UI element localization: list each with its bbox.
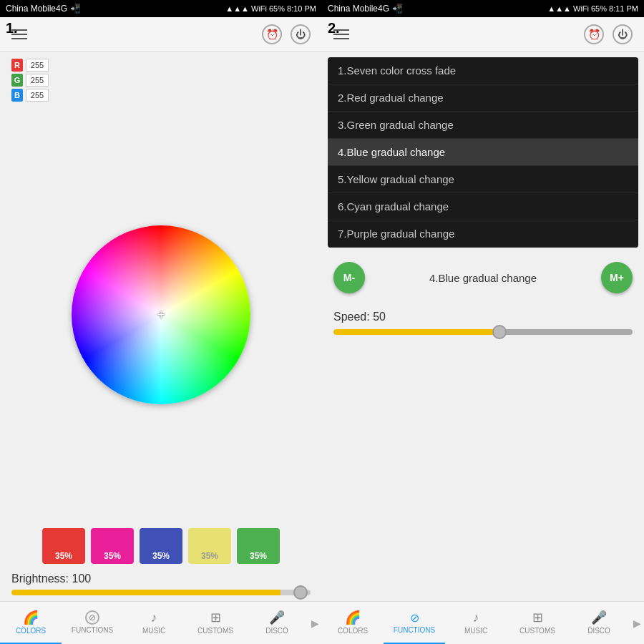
colors-label-1: COLORS bbox=[16, 627, 46, 635]
top-nav-1: ⏰ ⏻ bbox=[0, 17, 322, 52]
function-control-row: M- 4.Blue gradual change M+ bbox=[333, 262, 633, 293]
screen2: China Mobile4G 📲 ▲▲▲ WiFi 65% 8:11 PM ⏰ … bbox=[322, 0, 644, 644]
function-controls: M- 4.Blue gradual change M+ bbox=[322, 253, 644, 311]
functions-label-1: FUNCTIONS bbox=[72, 626, 113, 634]
tab-functions-2[interactable]: ⊘ FUNCTIONS bbox=[384, 602, 445, 644]
g-letter: G bbox=[11, 74, 23, 87]
music-label-1: MUSIC bbox=[142, 627, 165, 635]
sim-icon-2: 📲 bbox=[392, 4, 403, 14]
wifi-2: WiFi bbox=[573, 4, 589, 13]
brightness-section: Brightness: 100 bbox=[0, 570, 322, 601]
tab-disco-2[interactable]: 🎤 DISCO bbox=[568, 602, 630, 644]
music-icon-1: ♪ bbox=[151, 610, 157, 625]
colors-icon-2: 🌈 bbox=[345, 610, 361, 625]
function-item-3[interactable]: 3.Green gradual change bbox=[328, 112, 638, 139]
swatch-red[interactable]: 35% bbox=[42, 528, 85, 564]
disco-label-2: DISCO bbox=[587, 627, 610, 635]
music-label-2: MUSIC bbox=[464, 627, 487, 635]
swatch-yellow[interactable]: 35% bbox=[188, 528, 231, 564]
brightness-label: Brightness: 100 bbox=[11, 572, 311, 585]
signal-2: ▲▲▲ bbox=[547, 4, 571, 13]
colors-icon-1: 🌈 bbox=[23, 610, 39, 625]
b-value: 255 bbox=[26, 89, 49, 102]
speed-slider[interactable] bbox=[333, 329, 633, 335]
swatch-pink[interactable]: 35% bbox=[91, 528, 134, 564]
m-minus-button[interactable]: M- bbox=[333, 262, 365, 293]
function-item-7[interactable]: 7.Purple gradual change bbox=[328, 220, 638, 248]
alarm-icon-2[interactable]: ⏰ bbox=[584, 24, 604, 44]
r-row: R 255 bbox=[11, 59, 311, 72]
b-row: B 255 bbox=[11, 89, 311, 102]
rgb-labels: R 255 G 255 B 255 bbox=[0, 52, 322, 102]
screen2-label: 2. bbox=[328, 20, 340, 36]
carrier-1: China Mobile4G bbox=[6, 4, 67, 14]
color-swatches: 35% 35% 35% 35% 35% bbox=[0, 528, 322, 570]
nav-arrow-1[interactable]: ▶ bbox=[308, 602, 322, 644]
disco-label-1: DISCO bbox=[265, 627, 288, 635]
function-item-5[interactable]: 5.Yellow gradual change bbox=[328, 166, 638, 193]
customs-icon-1: ⊞ bbox=[210, 610, 221, 625]
g-row: G 255 bbox=[11, 74, 311, 87]
r-value: 255 bbox=[26, 59, 49, 72]
tab-functions-1[interactable]: ⊘ FUNCTIONS bbox=[62, 602, 123, 644]
r-letter: R bbox=[11, 59, 23, 72]
wifi-1: WiFi bbox=[251, 4, 267, 13]
disco-icon-1: 🎤 bbox=[269, 610, 285, 625]
time-1: 8:10 PM bbox=[287, 4, 316, 13]
current-function-label: 4.Blue gradual change bbox=[365, 272, 601, 284]
customs-label-2: CUSTOMS bbox=[519, 627, 555, 635]
customs-label-1: CUSTOMS bbox=[197, 627, 233, 635]
m-plus-button[interactable]: M+ bbox=[601, 262, 633, 293]
time-2: 8:11 PM bbox=[609, 4, 638, 13]
tab-disco-1[interactable]: 🎤 DISCO bbox=[246, 602, 308, 644]
brightness-thumb[interactable] bbox=[293, 585, 308, 600]
tab-colors-1[interactable]: 🌈 COLORS bbox=[0, 602, 62, 644]
function-item-6[interactable]: 6.Cyan gradual change bbox=[328, 193, 638, 220]
screen2-wrapper: China Mobile4G 📲 ▲▲▲ WiFi 65% 8:11 PM ⏰ … bbox=[322, 0, 644, 644]
screen1-label: 1. bbox=[6, 20, 18, 36]
tab-colors-2[interactable]: 🌈 COLORS bbox=[322, 602, 384, 644]
power-icon-1[interactable]: ⏻ bbox=[291, 24, 311, 44]
disco-icon-2: 🎤 bbox=[591, 610, 607, 625]
nav-arrow-2[interactable]: ▶ bbox=[630, 602, 644, 644]
functions-icon-2: ⊘ bbox=[410, 611, 419, 625]
signal-1: ▲▲▲ bbox=[225, 4, 249, 13]
speed-thumb[interactable] bbox=[492, 325, 507, 339]
power-icon-2[interactable]: ⏻ bbox=[613, 24, 633, 44]
battery-1: 65% bbox=[269, 4, 285, 13]
tab-customs-2[interactable]: ⊞ CUSTOMS bbox=[507, 602, 568, 644]
functions-label-2: FUNCTIONS bbox=[394, 626, 435, 634]
carrier-2: China Mobile4G bbox=[328, 4, 389, 14]
functions-list: 1.Seven color cross fade 2.Red gradual c… bbox=[328, 57, 638, 248]
bottom-nav-1: 🌈 COLORS ⊘ FUNCTIONS ♪ MUSIC ⊞ CUSTOMS 🎤… bbox=[0, 601, 322, 644]
screen1: China Mobile4G 📲 ▲▲▲ WiFi 65% 8:10 PM ⏰ … bbox=[0, 0, 322, 644]
swatch-green[interactable]: 35% bbox=[237, 528, 280, 564]
speed-label: Speed: 50 bbox=[333, 311, 633, 323]
function-item-4[interactable]: 4.Blue gradual change bbox=[328, 139, 638, 166]
screen1-wrapper: China Mobile4G 📲 ▲▲▲ WiFi 65% 8:10 PM ⏰ … bbox=[0, 0, 322, 644]
customs-icon-2: ⊞ bbox=[532, 610, 543, 625]
function-item-1[interactable]: 1.Seven color cross fade bbox=[328, 57, 638, 84]
color-wheel-container[interactable]: + bbox=[0, 102, 322, 528]
bottom-nav-2: 🌈 COLORS ⊘ FUNCTIONS ♪ MUSIC ⊞ CUSTOMS 🎤… bbox=[322, 601, 644, 644]
swatch-blue[interactable]: 35% bbox=[140, 528, 182, 564]
g-value: 255 bbox=[26, 74, 49, 87]
spacer-2 bbox=[322, 335, 644, 601]
tab-customs-1[interactable]: ⊞ CUSTOMS bbox=[185, 602, 246, 644]
functions-icon-1: ⊘ bbox=[85, 610, 99, 625]
status-bar-2: China Mobile4G 📲 ▲▲▲ WiFi 65% 8:11 PM bbox=[322, 0, 644, 17]
battery-2: 65% bbox=[591, 4, 607, 13]
alarm-icon-1[interactable]: ⏰ bbox=[262, 24, 282, 44]
b-letter: B bbox=[11, 89, 23, 102]
color-wheel[interactable]: + bbox=[72, 225, 250, 404]
status-bar-1: China Mobile4G 📲 ▲▲▲ WiFi 65% 8:10 PM bbox=[0, 0, 322, 17]
colors-label-2: COLORS bbox=[338, 627, 368, 635]
color-crosshair: + bbox=[157, 307, 165, 323]
function-item-2[interactable]: 2.Red gradual change bbox=[328, 84, 638, 112]
tab-music-1[interactable]: ♪ MUSIC bbox=[123, 602, 185, 644]
brightness-slider[interactable] bbox=[11, 590, 311, 595]
speed-section: Speed: 50 bbox=[322, 311, 644, 335]
sim-icon-1: 📲 bbox=[70, 4, 81, 14]
tab-music-2[interactable]: ♪ MUSIC bbox=[445, 602, 507, 644]
top-nav-2: ⏰ ⏻ bbox=[322, 17, 644, 52]
